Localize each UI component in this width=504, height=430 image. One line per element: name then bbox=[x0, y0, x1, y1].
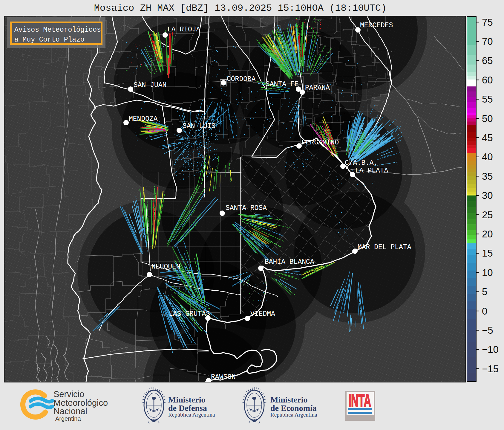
svg-text:de Defensa: de Defensa bbox=[168, 403, 207, 413]
svg-text:CÓRDOBA: CÓRDOBA bbox=[227, 75, 256, 83]
svg-text:SAN LUIS: SAN LUIS bbox=[183, 122, 215, 130]
svg-text:70: 70 bbox=[482, 36, 493, 47]
svg-text:LA RIOJA: LA RIOJA bbox=[167, 26, 200, 33]
svg-text:NEUQUÉN: NEUQUÉN bbox=[151, 263, 180, 271]
svg-text:República Argentina: República Argentina bbox=[270, 411, 317, 418]
svg-text:PARANÁ: PARANÁ bbox=[305, 84, 330, 92]
svg-text:BAHÍA BLANCA: BAHÍA BLANCA bbox=[265, 258, 314, 266]
svg-text:35: 35 bbox=[482, 171, 493, 182]
svg-text:Ministerio: Ministerio bbox=[270, 395, 307, 404]
svg-text:55: 55 bbox=[482, 94, 493, 105]
svg-text:50: 50 bbox=[482, 113, 493, 124]
svg-text:30: 30 bbox=[482, 190, 493, 201]
svg-text:15: 15 bbox=[482, 248, 493, 259]
svg-text:RAWSON: RAWSON bbox=[211, 373, 236, 381]
svg-text:10: 10 bbox=[482, 267, 493, 278]
svg-text:Argentina: Argentina bbox=[55, 415, 81, 422]
svg-text:INTA: INTA bbox=[348, 391, 371, 411]
svg-text:Avisos Meteorológicos: Avisos Meteorológicos bbox=[14, 26, 101, 34]
svg-text:Ministerio: Ministerio bbox=[168, 395, 205, 404]
svg-text:−10: −10 bbox=[482, 344, 499, 355]
svg-text:45: 45 bbox=[482, 132, 493, 143]
svg-text:LA PLATA: LA PLATA bbox=[355, 167, 388, 175]
svg-text:−5: −5 bbox=[482, 325, 493, 336]
svg-text:20: 20 bbox=[482, 228, 493, 240]
svg-text:Meteorológico: Meteorológico bbox=[53, 398, 108, 408]
svg-text:MERCEDES: MERCEDES bbox=[360, 22, 393, 29]
svg-text:25: 25 bbox=[482, 209, 493, 220]
svg-text:SAN JUAN: SAN JUAN bbox=[134, 81, 166, 89]
svg-text:40: 40 bbox=[482, 151, 493, 162]
svg-text:65: 65 bbox=[482, 55, 493, 66]
svg-text:−15: −15 bbox=[482, 363, 499, 374]
svg-text:0: 0 bbox=[482, 306, 487, 317]
svg-text:PERGAMINO: PERGAMINO bbox=[302, 139, 339, 147]
svg-text:de Economía: de Economía bbox=[270, 403, 317, 413]
svg-text:República Argentina: República Argentina bbox=[168, 411, 215, 418]
svg-text:a Muy Corto Plazo: a Muy Corto Plazo bbox=[14, 36, 85, 44]
svg-text:Servicio: Servicio bbox=[53, 389, 84, 399]
svg-text:MAR DEL PLATA: MAR DEL PLATA bbox=[358, 243, 411, 251]
svg-text:LAS GRUTAS: LAS GRUTAS bbox=[169, 310, 210, 318]
svg-text:75: 75 bbox=[482, 17, 493, 28]
svg-text:SANTA ROSA: SANTA ROSA bbox=[226, 204, 267, 212]
svg-text:MENDOZA: MENDOZA bbox=[129, 115, 158, 123]
svg-text:C.A.B.A.: C.A.B.A. bbox=[345, 159, 378, 167]
svg-text:VIEDMA: VIEDMA bbox=[250, 310, 275, 318]
svg-text:Nacional: Nacional bbox=[53, 406, 87, 416]
svg-text:60: 60 bbox=[482, 74, 493, 86]
svg-text:5: 5 bbox=[482, 286, 487, 297]
svg-text:SANTA FE: SANTA FE bbox=[266, 80, 298, 88]
